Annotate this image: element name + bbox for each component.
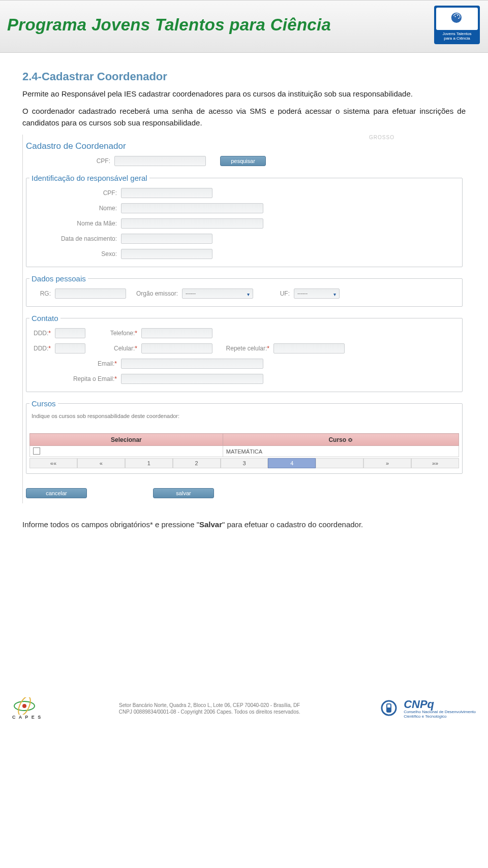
input-dob[interactable] <box>121 234 212 244</box>
section-heading: 2.4-Cadastrar Coordenador <box>22 70 466 83</box>
pager-cell[interactable]: « <box>77 458 125 468</box>
program-title: Programa Jovens Talentos para Ciência <box>7 15 331 35</box>
label-mae: Nome da Mãe: <box>29 220 121 227</box>
input-celular[interactable] <box>141 343 212 353</box>
cursos-hint: Indique os cursos sob responsabilidade d… <box>32 413 459 419</box>
label-rg: RG: <box>29 290 55 297</box>
fieldset-cursos: Cursos Indique os cursos sob responsabil… <box>26 399 463 474</box>
pager-cell[interactable]: 2 <box>173 458 221 468</box>
table-row: MATEMÁTICA <box>30 446 459 457</box>
pager: «««1234»»» <box>29 458 459 468</box>
instruction-text: Informe todos os campos obrigatórios* e … <box>22 519 466 531</box>
label-email: Email:* <box>29 360 121 367</box>
svg-point-6 <box>22 704 26 708</box>
legend-cursos: Cursos <box>29 399 58 408</box>
pager-cell[interactable]: » <box>363 458 411 468</box>
fieldset-identificacao: Identificação do responsável geral CPF: … <box>26 174 463 267</box>
capes-icon <box>12 697 37 715</box>
svg-rect-9 <box>387 704 390 708</box>
cpf-label: CPF: <box>23 157 114 165</box>
label-celular: Celular:* <box>85 345 141 352</box>
input-mae[interactable] <box>121 218 263 229</box>
corner-text: GROSSO <box>23 135 466 140</box>
form-heading: Cadastro de Coordenador <box>23 140 466 153</box>
input-repita-email[interactable] <box>121 374 263 384</box>
cnpq-icon <box>377 699 401 718</box>
label-sexo: Sexo: <box>29 250 121 258</box>
pager-cell[interactable]: 4 <box>268 458 316 468</box>
brain-icon <box>436 8 478 30</box>
label-repita-email: Repita o Email:* <box>29 375 121 382</box>
input-telefone[interactable] <box>141 328 212 338</box>
pager-cell[interactable]: «« <box>29 458 77 468</box>
cnpq-logo: CNPq Conselho Nacional de Desenvolviment… <box>377 698 476 719</box>
input-nome[interactable] <box>121 203 263 213</box>
input-ident-cpf[interactable] <box>121 188 212 198</box>
cancel-button[interactable]: cancelar <box>26 488 87 498</box>
instruction-bold: Salvar <box>199 520 222 529</box>
input-rg[interactable] <box>55 288 126 299</box>
label-ddd-1: DDD:* <box>29 330 55 337</box>
footer-address: Setor Bancário Norte, Quadra 2, Bloco L,… <box>42 702 377 716</box>
input-email[interactable] <box>121 359 263 369</box>
cnpq-sub2: Científico e Tecnológico <box>404 715 476 719</box>
svg-point-3 <box>458 18 459 19</box>
input-sexo[interactable] <box>121 249 212 259</box>
input-repete-celular[interactable] <box>273 343 345 353</box>
label-ddd-2: DDD:* <box>29 345 55 352</box>
form-screenshot: GROSSO Cadastro de Coordenador CPF: pesq… <box>22 135 466 503</box>
page-footer: C A P E S Setor Bancário Norte, Quadra 2… <box>0 693 488 726</box>
capes-logo: C A P E S <box>12 697 42 720</box>
pager-cell[interactable]: 3 <box>221 458 268 468</box>
cpf-input[interactable] <box>114 156 206 166</box>
section-para-1: Permite ao Responsável pela IES cadastra… <box>22 88 466 100</box>
pager-cell[interactable]: 1 <box>125 458 173 468</box>
label-repete-celular: Repete celular:* <box>212 345 273 352</box>
cnpq-name: CNPq <box>404 698 476 710</box>
cursos-table: Selecionar Curso ≎ MATEMÁTICA <box>29 433 459 457</box>
section-para-2: O coordenador cadastrado receberá uma se… <box>22 106 466 128</box>
input-ddd-1[interactable] <box>55 328 85 338</box>
search-button[interactable]: pesquisar <box>220 156 266 166</box>
svg-point-1 <box>455 16 456 17</box>
capes-text: C A P E S <box>12 715 42 720</box>
input-ddd-2[interactable] <box>55 343 85 353</box>
program-banner: Programa Jovens Talentos para Ciência Jo… <box>0 0 488 53</box>
label-orgao: Orgão emissor: <box>126 290 182 297</box>
fieldset-dados: Dados pessoais RG: Orgão emissor: ------… <box>26 274 463 307</box>
label-ident-cpf: CPF: <box>29 189 121 197</box>
select-orgao[interactable]: ------ <box>182 288 253 299</box>
badge-text-2: para a Ciência <box>436 37 478 41</box>
svg-point-2 <box>457 15 458 16</box>
save-button[interactable]: salvar <box>153 488 214 498</box>
fieldset-contato: Contato DDD:* Telefone:* DDD:* Celular:*… <box>26 314 463 392</box>
label-uf: UF: <box>253 290 294 297</box>
brain-badge: Jovens Talentos para a Ciência <box>434 6 480 44</box>
select-uf[interactable]: ------ <box>294 288 340 299</box>
col-curso[interactable]: Curso ≎ <box>223 434 459 446</box>
pager-cell <box>316 458 363 468</box>
label-dob: Data de nascimento: <box>29 235 121 242</box>
label-telefone: Telefone:* <box>85 330 141 337</box>
legend-dados: Dados pessoais <box>29 274 88 283</box>
col-selecionar[interactable]: Selecionar <box>30 434 223 446</box>
row-curso-value: MATEMÁTICA <box>223 446 459 457</box>
legend-identificacao: Identificação do responsável geral <box>29 174 149 182</box>
label-nome: Nome: <box>29 205 121 212</box>
pager-cell[interactable]: »» <box>411 458 459 468</box>
row-checkbox[interactable] <box>33 447 40 455</box>
legend-contato: Contato <box>29 314 60 323</box>
